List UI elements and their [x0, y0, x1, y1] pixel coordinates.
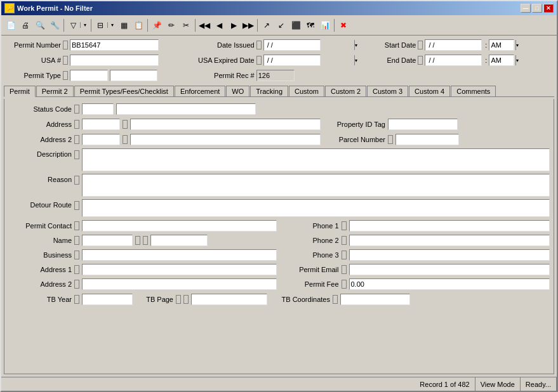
- tb-page-input[interactable]: [191, 294, 267, 305]
- end-date-dropdown[interactable]: ▾: [425, 55, 482, 66]
- sep4: [195, 19, 196, 32]
- tab-permit2[interactable]: Permit 2: [36, 86, 74, 96]
- preview-icon[interactable]: 🔍: [33, 18, 47, 32]
- print-icon[interactable]: 🖨: [18, 18, 32, 32]
- permit-type-input[interactable]: [70, 70, 108, 81]
- usa-expired-arrow[interactable]: ▾: [354, 55, 357, 65]
- start-date-dropdown[interactable]: ▾: [425, 39, 482, 51]
- end-date-indicator: [418, 56, 423, 65]
- description-input[interactable]: [82, 148, 550, 171]
- contact-address2-input[interactable]: [82, 278, 277, 290]
- status-code-input[interactable]: [82, 103, 114, 115]
- name-label: Name: [8, 237, 72, 244]
- permit-fee-indicator: [342, 280, 347, 289]
- usa-expired-row: USA Expired Date ▾: [188, 53, 371, 67]
- red-stop-icon[interactable]: ⬛: [289, 18, 303, 32]
- address2-street-input[interactable]: [130, 134, 321, 145]
- reason-indicator: [74, 176, 79, 185]
- usa-hash-input[interactable]: [70, 55, 159, 66]
- filter-icon[interactable]: ▽: [66, 18, 80, 32]
- edit-icon[interactable]: ✏: [164, 18, 178, 32]
- tb-page-indicator2: [183, 295, 189, 304]
- end-time-input[interactable]: [489, 55, 514, 66]
- tab-custom2[interactable]: Custom 2: [325, 86, 366, 96]
- minimize-button[interactable]: —: [521, 4, 531, 13]
- tab-custom[interactable]: Custom: [289, 86, 324, 96]
- contact-address2-indicator: [74, 280, 79, 289]
- paste-icon[interactable]: 📌: [150, 18, 164, 32]
- start-date-row: Start Date ▾ :: [371, 38, 554, 52]
- phone2-label: Phone 2: [282, 237, 339, 244]
- name-last-input[interactable]: [150, 235, 208, 246]
- nav-prev-btn[interactable]: ◀: [212, 18, 226, 32]
- chart-icon[interactable]: 📊: [318, 18, 332, 32]
- address2-num-input[interactable]: [82, 134, 120, 145]
- tb-coordinates-input[interactable]: [340, 294, 410, 305]
- map-icon[interactable]: 🗺: [303, 18, 317, 32]
- contact-address1-input[interactable]: [82, 264, 277, 275]
- phone3-input[interactable]: [349, 249, 550, 261]
- phone1-indicator: [342, 221, 347, 230]
- delete-icon[interactable]: ✖: [336, 18, 350, 32]
- reason-input[interactable]: [82, 174, 550, 197]
- permit-email-input[interactable]: [349, 264, 550, 275]
- copy-icon[interactable]: 📋: [131, 18, 145, 32]
- window-icon[interactable]: ⊟: [93, 18, 107, 32]
- name-m-indicator: [135, 236, 140, 245]
- date-issued-dropdown[interactable]: ▾: [263, 39, 321, 51]
- date-issued-arrow[interactable]: ▾: [354, 40, 357, 50]
- start-date-arrow[interactable]: ▾: [515, 40, 519, 50]
- tools-icon[interactable]: 🔧: [48, 18, 62, 32]
- contact-address1-indicator: [74, 265, 79, 274]
- export-icon[interactable]: ↗: [260, 18, 274, 32]
- usa-expired-dropdown[interactable]: ▾: [263, 55, 321, 66]
- description-label: Description: [8, 150, 72, 158]
- tab-custom4[interactable]: Custom 4: [409, 86, 450, 96]
- permit-number-input[interactable]: [70, 39, 159, 51]
- maximize-button[interactable]: □: [532, 4, 542, 13]
- business-input[interactable]: [82, 249, 277, 261]
- detour-route-input[interactable]: [82, 199, 550, 217]
- tab-tracking[interactable]: Tracking: [250, 86, 288, 96]
- new-record-icon[interactable]: 📄: [4, 18, 18, 32]
- nav-first-btn[interactable]: ◀◀: [197, 18, 211, 32]
- window-dropdown-btn[interactable]: ▾: [107, 22, 116, 28]
- start-time-input[interactable]: [489, 39, 514, 51]
- tab-permit[interactable]: Permit: [4, 86, 36, 97]
- tab-enforcement[interactable]: Enforcement: [175, 86, 225, 96]
- ready-status: Ready...: [521, 377, 557, 391]
- tab-wo[interactable]: WO: [226, 86, 249, 96]
- tab-custom3[interactable]: Custom 3: [367, 86, 408, 96]
- header-fields: Permit Number USA # Permit Type: [4, 38, 554, 82]
- contact-address1-label: Address 1: [8, 266, 72, 273]
- parcel-number-label: Parcel Number: [328, 136, 385, 143]
- permit-type-indicator: [63, 71, 68, 80]
- address-street-input[interactable]: [130, 119, 321, 130]
- filter-dropdown-btn[interactable]: ▾: [80, 22, 89, 28]
- address-num-input[interactable]: [82, 119, 120, 130]
- nav-last-btn[interactable]: ▶▶: [241, 18, 255, 32]
- scissors-icon[interactable]: ✂: [179, 18, 193, 32]
- property-id-tag-label: Property ID Tag: [328, 121, 385, 128]
- date-issued-input[interactable]: [264, 40, 354, 50]
- permit-contact-input[interactable]: [82, 220, 277, 232]
- import-icon[interactable]: ↙: [274, 18, 288, 32]
- view-mode: View Mode: [475, 377, 521, 391]
- status-code-desc-input[interactable]: [116, 103, 256, 115]
- address-label: Address: [8, 121, 72, 128]
- nav-next-btn[interactable]: ▶: [227, 18, 241, 32]
- permit-fee-input[interactable]: [349, 278, 550, 290]
- tab-permit-types[interactable]: Permit Types/Fees/Checklist: [74, 86, 174, 96]
- parcel-number-input[interactable]: [395, 134, 459, 145]
- name-first-input[interactable]: [82, 235, 133, 246]
- tb-year-input[interactable]: [82, 294, 133, 305]
- property-id-tag-input[interactable]: [388, 119, 458, 130]
- tab-comments[interactable]: Comments: [451, 86, 496, 96]
- phone2-input[interactable]: [349, 235, 550, 246]
- permit-type-desc-input[interactable]: [110, 70, 157, 81]
- phone1-input[interactable]: [349, 220, 550, 232]
- close-button[interactable]: ✕: [543, 4, 554, 13]
- end-date-arrow[interactable]: ▾: [515, 55, 519, 65]
- usa-expired-input[interactable]: [264, 55, 354, 65]
- grid-icon[interactable]: ▦: [117, 18, 131, 32]
